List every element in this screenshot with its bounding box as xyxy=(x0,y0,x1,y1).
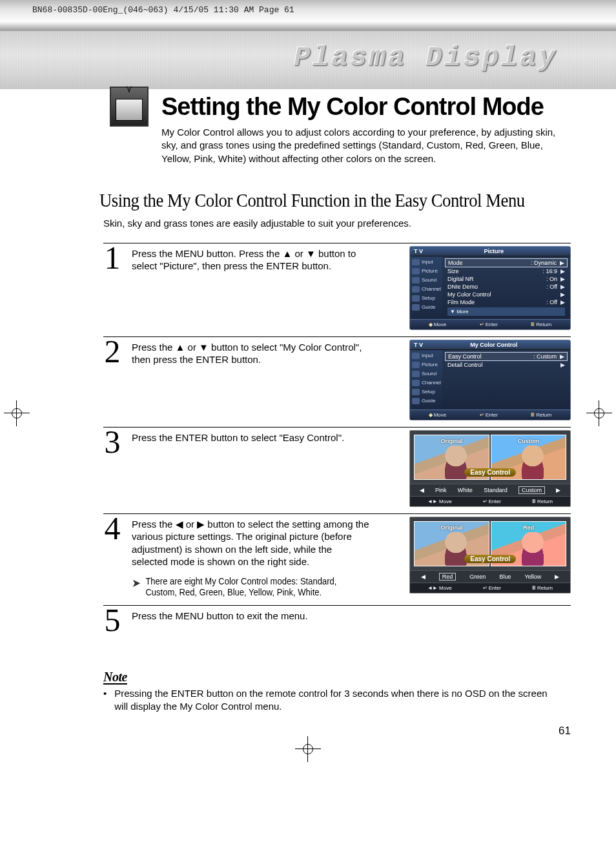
osd-title: Picture xyxy=(484,248,504,254)
print-header: BN68-00835D-00Eng_(046~063) 4/15/05 11:3… xyxy=(0,0,616,31)
step-4: 4 Press the ◀ or ▶ button to select the … xyxy=(103,513,571,599)
step-2: 2 Press the ▲ or ▼ button to select "My … xyxy=(103,336,571,420)
osd-sidebar: Input Picture Sound Channel Setup Guide xyxy=(410,256,442,319)
page-title: Setting the My Color Control Mode xyxy=(161,93,571,121)
section-heading: Using the My Color Control Function in t… xyxy=(99,190,533,211)
brand-text: Plasma Display xyxy=(294,43,558,74)
crop-mark-bottom xyxy=(295,736,321,762)
step-text: Press the MENU button. Press the ▲ or ▼ … xyxy=(132,246,371,273)
step-number: 4 xyxy=(103,514,121,543)
step-text: Press the ▲ or ▼ button to select "My Co… xyxy=(132,340,371,366)
osd-mycolor-menu: T V My Color Control Input Picture Sound… xyxy=(409,340,571,420)
step-5: 5 Press the MENU button to exit the menu… xyxy=(103,605,571,635)
note-heading: Note xyxy=(103,670,571,685)
step-text: Press the MENU button to exit the menu. xyxy=(132,608,371,623)
step-number: 5 xyxy=(103,606,121,635)
step-number: 2 xyxy=(103,337,121,366)
page-number: 61 xyxy=(103,725,571,738)
note-text: Pressing the ENTER button on the remote … xyxy=(114,687,555,714)
note-block: Note • Pressing the ENTER button on the … xyxy=(103,670,571,714)
preview-easy-custom: Original Custom Easy Control ◀ Pink Whit… xyxy=(409,430,571,507)
bullet: • xyxy=(103,687,107,714)
step-number: 1 xyxy=(103,243,121,273)
step-3: 3 Press the ENTER button to select "Easy… xyxy=(103,427,571,507)
step-number: 3 xyxy=(103,428,121,457)
preview-easy-red: Original Red Easy Control ◀ Red Green Bl… xyxy=(409,517,571,593)
step-1: 1 Press the MENU button. Press the ▲ or … xyxy=(103,243,571,330)
tv-icon: ⋎ xyxy=(110,87,149,127)
osd-picture-menu: T V Picture Input Picture Sound Channel … xyxy=(409,246,571,330)
chevron-icon: ➤ xyxy=(132,576,141,599)
osd-tv-label: T V xyxy=(414,248,423,254)
section-sub: Skin, sky and grass tones are easily adj… xyxy=(103,218,571,229)
intro-text: My Color Control allows you to adjust co… xyxy=(161,126,562,165)
step-text: Press the ◀ or ▶ button to select the se… xyxy=(132,517,371,599)
callout-modes: ➤ There are eight My Color Control modes… xyxy=(132,576,354,599)
banner-bar: Plasma Display xyxy=(0,31,616,89)
step-text: Press the ENTER button to select "Easy C… xyxy=(132,430,371,444)
